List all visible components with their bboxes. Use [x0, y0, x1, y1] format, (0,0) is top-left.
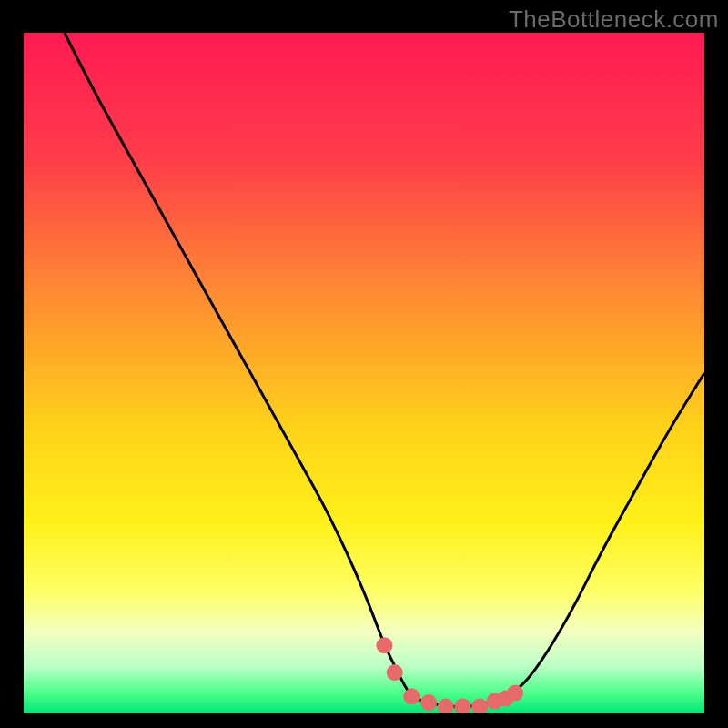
- optimal-marker: [387, 664, 403, 681]
- chart-frame: TheBottleneck.com: [0, 0, 728, 728]
- optimal-marker: [376, 637, 392, 653]
- watermark-text: TheBottleneck.com: [509, 5, 719, 34]
- optimal-marker: [507, 685, 523, 702]
- optimal-marker: [420, 694, 437, 711]
- bottleneck-chart: [24, 33, 704, 713]
- gradient-background: [24, 33, 704, 713]
- optimal-marker: [403, 688, 420, 704]
- plot-area: [24, 33, 704, 713]
